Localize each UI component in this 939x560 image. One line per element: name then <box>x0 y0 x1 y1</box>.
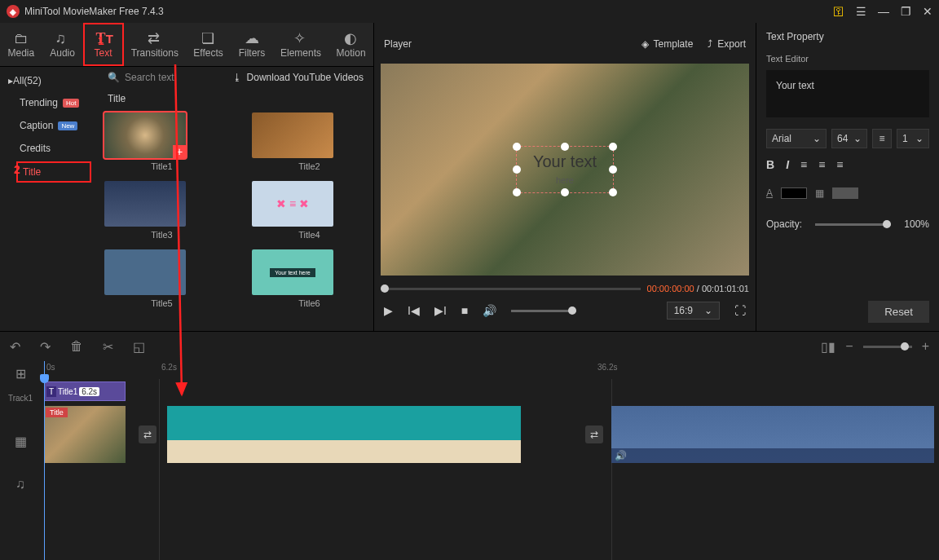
download-youtube-button[interactable]: ⭳Download YouTube Videos <box>232 72 364 83</box>
video-track-icon: ▦ <box>15 434 27 449</box>
player-panel: Player ◈Template ⤴Export Your texthere 0… <box>373 23 756 331</box>
zoom-in-button[interactable]: + <box>922 339 929 354</box>
search-input[interactable]: 🔍Search text <box>108 72 174 83</box>
menu-icon[interactable]: ☰ <box>856 5 866 18</box>
timeline-panel: ↶ ↷ 🗑 ✂ ◱ ▯▮ − + ⊞ Track1 ▦ ♫ 0s 6.2s 36… <box>0 331 939 560</box>
video-clip-3[interactable]: 🔊 <box>611 406 934 463</box>
bold-button[interactable]: B <box>766 158 774 171</box>
tab-audio[interactable]: ♫Audio <box>42 23 83 66</box>
chevron-down-icon: ⌄ <box>915 133 924 144</box>
text-overlay[interactable]: Your texthere <box>516 146 614 193</box>
preview-viewport[interactable]: Your texthere <box>381 64 749 276</box>
minimize-icon[interactable]: — <box>878 5 889 18</box>
player-label: Player <box>384 38 412 50</box>
tab-elements[interactable]: ✧Elements <box>273 23 328 66</box>
timeline-ruler[interactable]: 0s 6.2s 36.2s <box>41 361 939 379</box>
section-title: Title <box>104 88 367 112</box>
chevron-down-icon: ⌄ <box>704 305 712 316</box>
video-clip-2[interactable] <box>167 406 521 463</box>
volume-slider[interactable] <box>511 310 576 312</box>
maximize-icon[interactable]: ❐ <box>901 5 911 18</box>
timeline-tracks[interactable]: 0s 6.2s 36.2s TTitle16.2s Title ⇄ ⇄ 🔊 <box>41 361 939 560</box>
play-button[interactable]: ▶ <box>384 304 393 317</box>
template-icon: ◈ <box>641 38 649 50</box>
next-frame-button[interactable]: ▶I <box>434 304 447 317</box>
app-title: MiniTool MovieMaker Free 7.4.3 <box>24 6 164 17</box>
undo-button[interactable]: ↶ <box>10 339 20 355</box>
font-size-select[interactable]: 64⌄ <box>831 129 867 148</box>
export-button[interactable]: ⤴Export <box>708 38 746 50</box>
line-spacing-select[interactable]: 1⌄ <box>897 129 929 148</box>
template-button[interactable]: ◈Template <box>641 38 694 50</box>
fit-button[interactable]: ▯▮ <box>821 339 835 355</box>
video-clip-1[interactable]: Title <box>44 406 126 463</box>
tab-media[interactable]: 🗀Media <box>0 23 42 66</box>
key-icon[interactable]: ⚿ <box>833 5 844 18</box>
properties-panel: Text Property Text Editor Arial⌄ 64⌄ ≡ 1… <box>756 23 939 331</box>
chevron-down-icon: ⌄ <box>813 133 821 144</box>
tab-motion[interactable]: ◐Motion <box>328 23 373 66</box>
bg-color-swatch[interactable] <box>832 187 858 199</box>
sidebar-item-all[interactable]: ▸ All(52) <box>0 70 98 91</box>
crop-button[interactable]: ◱ <box>133 339 145 355</box>
audio-track-icon: ♫ <box>15 477 25 492</box>
thumb-title6[interactable]: Your text hereTitle6 <box>252 249 367 308</box>
align-center-button[interactable]: ≡ <box>818 158 825 171</box>
time-current: 00:00:00:00 <box>647 284 694 293</box>
opacity-value: 100% <box>904 218 929 230</box>
playhead[interactable] <box>44 361 45 560</box>
add-icon[interactable]: + <box>173 145 186 158</box>
sidebar-item-caption[interactable]: CaptionNew <box>0 114 98 137</box>
speaker-icon: 🔊 <box>615 450 627 461</box>
italic-button[interactable]: I <box>786 158 789 171</box>
close-icon[interactable]: ✕ <box>923 5 932 18</box>
scrubber[interactable] <box>381 288 641 290</box>
content-area: 🔍Search text ⭳Download YouTube Videos Ti… <box>98 67 373 331</box>
main-toolbar: 🗀Media ♫Audio TTText ⇄Transitions ❏Effec… <box>0 23 373 67</box>
align-left-button[interactable]: ≡ <box>800 158 807 171</box>
tab-effects[interactable]: ❏Effects <box>186 23 231 66</box>
reset-button[interactable]: Reset <box>868 301 929 323</box>
align-right-button[interactable]: ≡ <box>836 158 843 171</box>
redo-button[interactable]: ↷ <box>40 339 51 355</box>
stop-button[interactable]: ■ <box>461 304 468 317</box>
thumb-title4[interactable]: ✖ ≡ ✖Title4 <box>252 181 367 240</box>
sidebar-item-title[interactable]: Title <box>16 161 91 183</box>
sidebar-item-credits[interactable]: Credits <box>0 137 98 160</box>
title-clip[interactable]: TTitle16.2s <box>44 381 126 401</box>
delete-button[interactable]: 🗑 <box>70 339 83 355</box>
chevron-down-icon: ⌄ <box>853 133 862 144</box>
text-input[interactable] <box>766 70 929 117</box>
thumb-title3[interactable]: Title3 <box>104 181 219 240</box>
add-track-button[interactable]: ⊞ <box>15 366 26 381</box>
zoom-out-button[interactable]: − <box>845 339 853 354</box>
line-spacing-icon[interactable]: ≡ <box>872 129 892 148</box>
transition-button-2[interactable]: ⇄ <box>585 426 603 443</box>
sidebar-item-trending[interactable]: TrendingHot <box>0 91 98 114</box>
tab-filters[interactable]: ☁Filters <box>231 23 273 66</box>
thumb-title5[interactable]: Title5 <box>104 249 219 308</box>
text-color-swatch[interactable] <box>781 187 807 199</box>
time-total: 00:01:01:01 <box>702 284 749 293</box>
export-icon: ⤴ <box>708 38 712 50</box>
annotation-1: 1 <box>98 34 104 47</box>
fullscreen-button[interactable]: ⛶ <box>734 304 746 317</box>
library-panel: 🗀Media ♫Audio TTText ⇄Transitions ❏Effec… <box>0 23 373 331</box>
zoom-slider[interactable] <box>863 346 912 348</box>
thumb-title2[interactable]: Title2 <box>252 112 367 171</box>
download-icon: ⭳ <box>232 72 242 83</box>
category-sidebar: ▸ All(52) TrendingHot CaptionNew Credits… <box>0 67 98 331</box>
aspect-ratio-select[interactable]: 16:9⌄ <box>667 302 720 320</box>
bg-color-label: ▦ <box>815 187 824 199</box>
search-icon: 🔍 <box>108 72 120 83</box>
tab-transitions[interactable]: ⇄Transitions <box>124 23 186 66</box>
text-editor-label: Text Editor <box>766 51 929 70</box>
font-family-select[interactable]: Arial⌄ <box>766 129 827 148</box>
volume-icon[interactable]: 🔊 <box>483 304 496 317</box>
opacity-label: Opacity: <box>766 218 802 230</box>
transition-button-1[interactable]: ⇄ <box>139 426 156 443</box>
prev-frame-button[interactable]: I◀ <box>408 304 420 317</box>
split-button[interactable]: ✂ <box>103 339 113 355</box>
thumb-title1[interactable]: +Title1 <box>104 112 219 171</box>
opacity-slider[interactable] <box>815 223 891 226</box>
